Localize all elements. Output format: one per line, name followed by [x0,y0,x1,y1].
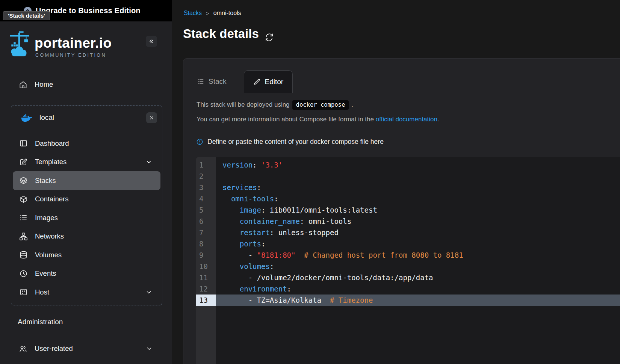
portainer-logo-icon [9,31,30,60]
sidebar-item-host[interactable]: Host [13,283,160,302]
editor-line-2[interactable]: 2 [196,171,620,182]
official-documentation-link[interactable]: official documentation [376,116,437,123]
editor-line-8[interactable]: 8 ports: [196,238,620,249]
upgrade-label: Upgrade to Business Edition [36,6,141,15]
code-text: environment: [216,283,291,295]
volumes-icon [19,251,28,259]
events-icon [19,269,28,278]
tab-bar: Stack Editor [197,59,620,93]
sidebar-item-label: Dashboard [35,139,69,148]
editor-line-11[interactable]: 11 - /volume2/docker/omni-tools/data:/ap… [196,272,620,283]
compose-editor[interactable]: 1version: '3.3'23services:4 omni-tools:5… [196,157,620,364]
breadcrumb-separator: > [206,10,209,17]
administration-heading: Administration [18,318,63,326]
code-text: omni-tools: [216,193,278,204]
editor-line-5[interactable]: 5 image: iib0011/omni-tools:latest [196,204,620,216]
sidebar-item-templates[interactable]: Templates [13,153,160,172]
line-number: 7 [196,227,216,238]
editor-line-4[interactable]: 4 omni-tools: [196,193,620,204]
docker-icon [20,112,32,123]
close-icon [149,115,154,121]
networks-icon [19,232,28,241]
code-text: ports: [216,238,265,249]
line-number: 2 [196,171,216,182]
editor-line-12[interactable]: 12 environment: [196,283,620,295]
sidebar-item-home[interactable]: Home [0,76,172,93]
sidebar-item-label: User-related [35,344,73,353]
info-icon [196,138,203,145]
code-text: volumes: [216,261,274,272]
sidebar-item-label: Networks [35,232,64,240]
line-number: 1 [196,159,216,171]
images-icon [19,213,28,222]
compose-info-text: You can get more information about Compo… [197,114,439,125]
sidebar-item-volumes[interactable]: Volumes [13,246,160,264]
line-number: 8 [196,238,216,249]
line-number: 3 [196,182,216,193]
line-number: 4 [196,193,216,204]
sidebar-item-containers[interactable]: Containers [13,190,160,209]
portainer-logo: portainer.io COMMUNITY EDITION [9,31,112,60]
sidebar: portainer.io COMMUNITY EDITION Home loca… [0,0,172,364]
sidebar-item-events[interactable]: Events [13,264,160,283]
sidebar-item-label: Host [35,288,49,296]
environment-close-button[interactable] [146,112,157,123]
code-text: - /volume2/docker/omni-tools/data:/app/d… [216,272,433,283]
logo-subtitle: COMMUNITY EDITION [35,53,112,58]
code-text: - TZ=Asia/Kolkata # Timezone [216,295,373,306]
code-text: - "8181:80" # Changed host port from 808… [216,249,463,261]
logo-title: portainer.io [35,36,112,50]
code-text: version: '3.3' [216,159,283,171]
code-text [216,171,222,182]
editor-line-9[interactable]: 9 - "8181:80" # Changed host port from 8… [196,249,620,261]
editor-line-13[interactable]: 13 - TZ=Asia/Kolkata # Timezone [196,295,620,306]
line-number: 5 [196,204,216,216]
editor-lines: 1version: '3.3'23services:4 omni-tools:5… [196,157,620,306]
sidebar-item-images[interactable]: Images [13,208,160,227]
code-text: restart: unless-stopped [216,227,339,238]
refresh-icon[interactable] [265,30,274,39]
sidebar-item-label: Home [35,80,53,89]
environment-menu: DashboardTemplatesStacksContainersImages… [13,134,160,302]
page-tooltip: 'Stack details' [3,11,50,20]
sidebar-item-label: Volumes [35,251,62,259]
sidebar-collapse-button[interactable] [146,36,157,47]
editor-line-7[interactable]: 7 restart: unless-stopped [196,227,620,238]
environment-box: local DashboardTemplatesStacksContainers… [11,105,162,305]
sidebar-item-label: Containers [35,195,68,203]
line-number: 13 [196,295,216,306]
editor-line-6[interactable]: 6 container_name: omni-tools [196,216,620,227]
sidebar-item-label: Events [35,269,56,278]
chevrons-left-icon [148,38,155,45]
breadcrumb-stacks-link[interactable]: Stacks [184,10,202,17]
editor-line-3[interactable]: 3services: [196,182,620,193]
sidebar-item-stacks[interactable]: Stacks [13,171,160,190]
line-number: 12 [196,283,216,295]
containers-icon [19,195,28,204]
code-text: services: [216,182,261,193]
docker-compose-chip: docker compose [292,100,349,110]
list-icon [197,78,204,85]
sidebar-item-label: Templates [35,158,67,166]
line-number: 6 [196,216,216,227]
deploy-info-text: This stack will be deployed using docker… [197,99,353,110]
sidebar-item-networks[interactable]: Networks [13,227,160,246]
chevron-down-icon [145,345,153,352]
stack-details-card: Stack Editor This stack will be deployed… [183,58,620,364]
editor-line-1[interactable]: 1version: '3.3' [196,159,620,171]
sidebar-item-dashboard[interactable]: Dashboard [13,134,160,153]
editor-line-10[interactable]: 10 volumes: [196,261,620,272]
chevron-down-icon [145,288,153,296]
sidebar-item-user-related[interactable]: User-related [0,340,172,357]
page-title: Stack details [183,27,274,41]
breadcrumb: Stacks > omni-tools [184,10,241,17]
environment-header[interactable]: local [11,110,162,125]
environment-name: local [39,113,54,122]
tab-editor[interactable]: Editor [244,70,293,93]
breadcrumb-current: omni-tools [213,10,241,17]
sidebar-item-label: Stacks [35,177,56,185]
tab-stack[interactable]: Stack [197,70,236,93]
stacks-icon [19,176,28,185]
host-icon [19,288,28,296]
users-icon [19,344,27,353]
